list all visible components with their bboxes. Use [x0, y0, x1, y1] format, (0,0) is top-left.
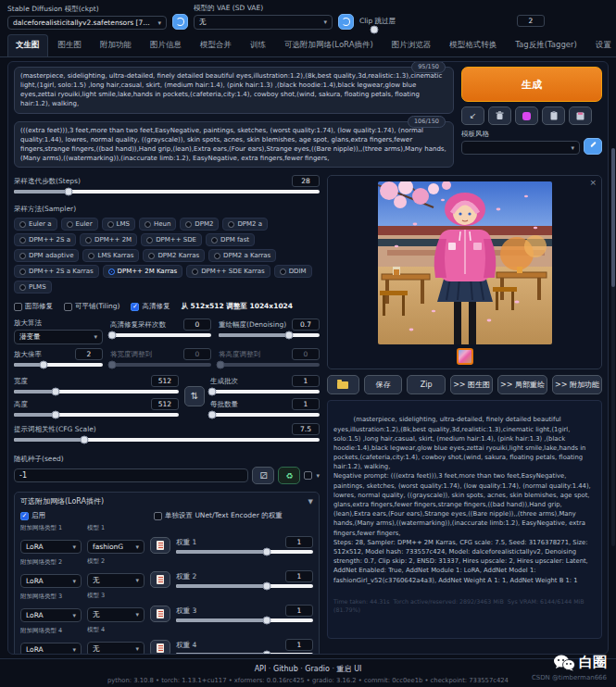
lora-weight-slider[interactable]	[176, 550, 313, 554]
sampler-radio[interactable]: DPM++ 2S a	[14, 233, 76, 246]
sampler-radio[interactable]: DPM adaptive	[14, 249, 79, 262]
tab[interactable]: Tag反推(Tagger)	[507, 34, 585, 56]
sampler-radio[interactable]: LMS	[102, 218, 135, 231]
lora-model-select[interactable]: 无 ▾	[87, 573, 145, 588]
height-value[interactable]: 512	[151, 398, 179, 410]
slider-knob[interactable]	[65, 188, 73, 196]
footer-link[interactable]: API	[255, 665, 267, 673]
slider-knob[interactable]	[108, 331, 117, 340]
lora-enable-checkbox[interactable]: ✓启用	[20, 511, 45, 520]
random-seed-button[interactable]: ⚂	[252, 467, 274, 484]
sampler-radio[interactable]: Euler a	[14, 218, 57, 231]
tiling-checkbox[interactable]: 可平铺(Tiling)	[64, 302, 119, 311]
lora-type-select[interactable]: LoRA ▾	[20, 643, 82, 655]
slider-knob[interactable]	[371, 26, 379, 34]
tab[interactable]: 可选附加网络(LoRA插件)	[276, 34, 382, 56]
slider-knob[interactable]	[285, 331, 294, 340]
steps-value[interactable]: 28	[292, 175, 320, 187]
tab[interactable]: 模型合并	[192, 34, 240, 56]
batch-size-slider[interactable]	[210, 413, 320, 417]
vae-select[interactable]: 无 ▾	[194, 15, 333, 30]
sampler-radio[interactable]: LMS Karras	[82, 249, 139, 262]
sampler-radio[interactable]: DPM++ 2S a Karras	[14, 265, 99, 278]
lora-model-info-button[interactable]	[150, 606, 170, 622]
sampler-radio[interactable]: PLMS	[14, 281, 52, 294]
scrollbar[interactable]	[611, 148, 615, 546]
clip-skip-value[interactable]: 2	[517, 15, 545, 27]
send-to-img2img-button[interactable]: >> 图生图	[450, 375, 493, 394]
lora-model-select[interactable]: 无 ▾	[87, 607, 145, 622]
lora-weight-slider[interactable]	[176, 653, 313, 655]
clear-prompt-button[interactable]	[488, 106, 511, 125]
batch-count-slider[interactable]	[210, 390, 320, 393]
checkpoint-select[interactable]: dalceforealisticitallyv2.safetensors [73…	[7, 16, 167, 30]
footer-link[interactable]: 重启 UI	[330, 665, 361, 673]
save-style-button[interactable]	[569, 106, 592, 125]
negative-prompt-textarea[interactable]: 106/150 (((extra feet))),3 feet,more tha…	[14, 121, 454, 169]
lora-model-info-button[interactable]	[150, 571, 170, 588]
sampler-radio[interactable]: DPM++ SDE	[141, 233, 202, 246]
tab[interactable]: 图生图	[50, 34, 91, 56]
seed-input[interactable]: -1	[14, 468, 248, 482]
lora-type-select[interactable]: LoRA ▾	[20, 574, 82, 588]
upscale-by-slider[interactable]	[14, 363, 103, 367]
lora-weight-value[interactable]: 1	[285, 536, 313, 548]
scrollbar-thumb[interactable]	[611, 148, 615, 287]
prompt-textarea[interactable]: 95/150 (masterpiece, sidelighting, ultra…	[14, 67, 454, 114]
width-slider[interactable]	[14, 390, 179, 393]
sampler-radio[interactable]: DPM2	[180, 218, 219, 231]
hires-steps-value[interactable]: 0	[183, 319, 211, 331]
sampler-radio[interactable]: DPM fast	[206, 233, 255, 246]
denoise-value[interactable]: 0.7	[292, 319, 320, 331]
sampler-radio[interactable]: DPM++ SDE Karras	[186, 265, 270, 278]
sampler-radio[interactable]: DDIM	[274, 265, 312, 278]
sampler-radio[interactable]: DPM++ 2M	[80, 233, 137, 246]
slider-knob[interactable]	[208, 411, 217, 419]
slider-knob[interactable]	[262, 582, 270, 591]
tab[interactable]: 文生图	[7, 34, 48, 56]
apply-style-button[interactable]	[542, 106, 565, 125]
sampler-radio[interactable]: DPM++ 2M Karras	[103, 265, 183, 278]
cfg-slider[interactable]	[14, 438, 320, 442]
slider-knob[interactable]	[39, 361, 47, 369]
sampler-radio[interactable]: DPM2 a	[222, 218, 268, 231]
extra-networks-button[interactable]	[515, 106, 538, 125]
batch-size-value[interactable]: 1	[292, 398, 320, 410]
upscaler-select[interactable]: 潜变量 ▾	[14, 330, 103, 344]
hires-fix-checkbox[interactable]: ✓高清修复	[131, 302, 170, 311]
width-value[interactable]: 512	[151, 375, 179, 387]
lora-weight-value[interactable]: 1	[285, 570, 313, 582]
sampler-radio[interactable]: DPM2 Karras	[143, 249, 205, 262]
refresh-vae-button[interactable]	[338, 14, 354, 30]
save-button[interactable]: 保存	[364, 375, 403, 394]
face-restore-checkbox[interactable]: 面部修复	[14, 302, 53, 311]
upscale-by-value[interactable]: 2	[75, 348, 103, 360]
lora-model-info-button[interactable]	[150, 537, 170, 554]
tab[interactable]: 图片信息	[142, 34, 190, 56]
tab[interactable]: 训练	[242, 34, 274, 56]
slider-knob[interactable]	[262, 548, 270, 556]
sampler-radio[interactable]: Heun	[139, 218, 176, 231]
tab[interactable]: 设置	[587, 34, 616, 56]
steps-slider[interactable]	[14, 190, 320, 194]
lora-weight-value[interactable]: 1	[285, 605, 313, 617]
lora-model-info-button[interactable]	[150, 640, 170, 655]
footer-link[interactable]: Github	[266, 665, 297, 673]
lora-model-select[interactable]: 无 ▾	[87, 642, 145, 655]
batch-count-value[interactable]: 1	[292, 375, 320, 387]
slider-knob[interactable]	[262, 617, 270, 625]
collapse-arrow-icon[interactable]: ▼	[308, 498, 313, 506]
lora-weight-value[interactable]: 1	[285, 639, 313, 651]
thumbnail-selected[interactable]	[457, 348, 473, 365]
apply-styles-button[interactable]	[584, 138, 602, 155]
zip-button[interactable]: Zip	[407, 375, 446, 394]
slider-knob[interactable]	[80, 436, 88, 444]
tab[interactable]: 附加功能	[92, 34, 140, 56]
footer-link[interactable]: Gradio	[298, 665, 330, 673]
height-slider[interactable]	[14, 413, 179, 417]
generate-button[interactable]: 生成	[461, 67, 602, 102]
lora-type-select[interactable]: LoRA ▾	[20, 608, 82, 622]
slider-knob[interactable]	[51, 411, 59, 419]
lora-separate-weights-checkbox[interactable]: 单独设置 UNet/Text Encoder 的权重	[154, 511, 283, 520]
lora-weight-slider[interactable]	[176, 584, 313, 588]
